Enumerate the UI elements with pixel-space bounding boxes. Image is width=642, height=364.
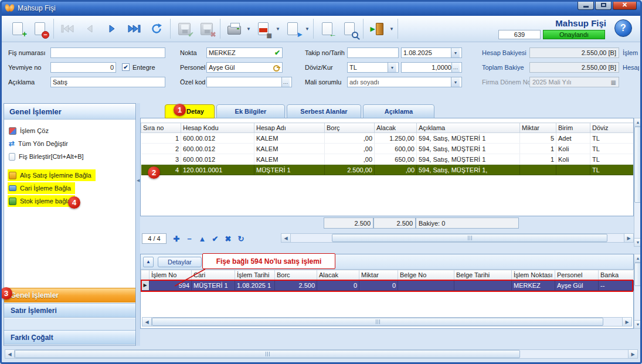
details-col-header[interactable]: Personel <box>555 270 599 280</box>
ozel-kod-input[interactable]: … <box>206 77 292 87</box>
details-vertical-scrollbar[interactable]: ▲ ▼ <box>634 254 642 329</box>
grid-horizontal-scrollbar[interactable]: ◀ ▶ <box>281 233 634 243</box>
grid-col-header[interactable]: Sıra no <box>141 123 181 133</box>
delete-record-button[interactable]: − <box>29 18 51 40</box>
sidebar-section-farkli-cogalt[interactable]: Farklı Çoğalt <box>4 330 135 345</box>
sidebar-section-satir-islemleri[interactable]: Satır İşlemleri <box>4 303 135 318</box>
fis-numarasi-input[interactable] <box>50 47 165 58</box>
ellipsis-button[interactable]: … <box>451 63 460 72</box>
details-horizontal-scrollbar[interactable]: ◀ ▶ <box>142 317 632 326</box>
maximize-button[interactable] <box>595 0 612 10</box>
scroll-down-icon[interactable]: ▼ <box>634 238 641 246</box>
nokta-input[interactable]: MERKEZ✔ <box>206 47 283 58</box>
edit-row-button[interactable]: ▲ <box>196 233 208 244</box>
tab-serbest-alanlar[interactable]: Serbest Alanlar <box>287 104 361 118</box>
accept-row-button[interactable]: ✔ <box>209 233 221 244</box>
sidebar-item-cari-isleme-bagla[interactable]: Cari İşleme Bağla <box>8 182 75 194</box>
details-col-header[interactable]: Belge Tarihi <box>454 270 512 280</box>
grid-col-header[interactable]: Borç <box>325 123 375 133</box>
grid-col-header[interactable]: Hesap Adı <box>254 123 325 133</box>
sidebar-item-islem-coz[interactable]: İşlem Çöz <box>8 125 53 137</box>
preview-button[interactable] <box>338 18 361 40</box>
chevron-down-icon[interactable]: ▼ <box>451 48 460 57</box>
close-button[interactable]: ✕ <box>613 0 637 10</box>
save-and-close-button[interactable]: ✖ <box>195 18 218 40</box>
back-button[interactable]: ← <box>316 18 338 40</box>
minimize-button[interactable] <box>578 0 594 10</box>
scroll-left-icon[interactable]: ◀ <box>5 350 15 358</box>
refresh-button[interactable] <box>145 18 168 40</box>
chevron-down-icon[interactable]: ▼ <box>388 63 396 72</box>
scroll-up-icon[interactable]: ▲ <box>634 254 641 263</box>
details-col-header[interactable]: İşlem Tarihi <box>235 270 275 280</box>
scrollbar-thumb[interactable] <box>332 234 607 242</box>
collapse-panel-icon[interactable]: ▲ <box>143 257 154 267</box>
grid-col-header[interactable]: Açıklama <box>417 123 520 133</box>
takip-tarih-input[interactable]: 1.08.2025▼ <box>401 47 462 58</box>
grid-vertical-scrollbar[interactable]: ▲ ▼ <box>634 118 642 247</box>
details-col-header[interactable]: Belge No <box>398 270 454 280</box>
exit-button[interactable]: ▸ <box>366 18 388 40</box>
details-col-header[interactable]: Borc <box>275 270 317 280</box>
sidebar-section-genel-islemler[interactable]: Genel İşlemler <box>4 288 135 302</box>
pdf-dropdown[interactable]: ▼ <box>274 18 281 40</box>
print-dropdown[interactable]: ▼ <box>245 18 252 40</box>
grid-row[interactable]: 3600.00.012KALEM,00650,00594, Satış, MÜŞ… <box>141 154 634 165</box>
ellipsis-button[interactable]: … <box>281 77 290 87</box>
yevmiye-no-input[interactable]: 0 <box>50 62 116 73</box>
cancel-row-button[interactable]: ✖ <box>222 233 234 244</box>
grid-row[interactable]: 2600.00.012KALEM,00600,00594, Satış, MÜŞ… <box>141 144 634 154</box>
grid-row[interactable]: 1600.00.012KALEM,001.250,00594, Satış, M… <box>141 133 634 144</box>
scroll-left-icon[interactable]: ◀ <box>281 234 291 242</box>
details-col-header[interactable]: Cari <box>192 270 235 280</box>
save-button[interactable]: ✔ <box>173 18 195 40</box>
new-record-button[interactable]: + <box>6 18 29 40</box>
sidebar-item-tum-yon-degistir[interactable]: ⇄Tüm Yön Değiştir <box>8 138 72 149</box>
aciklama-input[interactable]: Satış <box>50 77 165 87</box>
exit-dropdown[interactable]: ▼ <box>388 18 395 40</box>
grid-col-header[interactable]: Miktar <box>520 123 556 133</box>
details-row[interactable]: ▶594MÜŞTERİ 11.08.2025 12.50000MERKEZAyş… <box>141 280 634 291</box>
print-button[interactable] <box>223 18 245 40</box>
kur-input[interactable]: 1,0000… <box>401 62 462 73</box>
details-col-header[interactable]: Alacak <box>317 270 359 280</box>
copy-transfer-button[interactable]: ▸ <box>281 18 304 40</box>
details-col-header[interactable]: İşlem No <box>150 270 192 280</box>
scroll-left-icon[interactable]: ◀ <box>142 318 152 326</box>
scrollbar-thumb[interactable] <box>15 350 520 358</box>
entegre-checkbox[interactable]: ✔ <box>122 63 130 71</box>
tab-ek-bilgiler[interactable]: Ek Bilgiler <box>216 104 285 118</box>
details-col-header[interactable]: İşlem Noktası <box>512 270 555 280</box>
sidebar-item-stok-isleme-bagla[interactable]: Stok işleme bağla <box>8 195 75 207</box>
scroll-down-icon[interactable]: ▼ <box>634 320 641 328</box>
sidebar-item-alis-satis-baglama[interactable]: Alış Satış İşlemine Bağla <box>8 169 96 181</box>
scroll-right-icon[interactable]: ▶ <box>622 318 631 326</box>
scrollbar-thumb[interactable] <box>634 127 641 203</box>
previous-record-button[interactable] <box>79 18 101 40</box>
scroll-up-icon[interactable]: ▲ <box>634 118 641 127</box>
details-col-header[interactable]: Miktar <box>359 270 398 280</box>
next-record-button[interactable] <box>101 18 123 40</box>
details-tab[interactable]: Detaylar <box>158 257 202 267</box>
personel-input[interactable]: Ayşe Gül <box>206 62 283 73</box>
grid-col-header[interactable]: Birim <box>556 123 590 133</box>
last-record-button[interactable] <box>123 18 145 40</box>
grid-row[interactable]: 4120.001.0001MÜŞTERİ 12.500,00,00594, Sa… <box>141 165 634 175</box>
pdf-export-button[interactable]: ▦ <box>252 18 274 40</box>
tab-fis-detay[interactable]: Fiş Detay <box>165 104 215 118</box>
scrollbar-thumb[interactable] <box>152 318 603 326</box>
details-col-header[interactable]: Banka <box>599 270 634 280</box>
mali-sorumlu-select[interactable]: adı soyadı▼ <box>347 77 462 87</box>
scroll-right-icon[interactable]: ▶ <box>628 350 637 358</box>
grid-col-header[interactable]: Alacak <box>375 123 417 133</box>
help-button[interactable]: ? <box>614 19 632 37</box>
doviz-select[interactable]: TL▼ <box>347 62 399 73</box>
remove-row-button[interactable]: − <box>184 233 195 244</box>
grid-col-header[interactable]: Hesap Kodu <box>181 123 254 133</box>
titlebar[interactable]: Mahsup Fişi ✕ <box>0 0 642 16</box>
first-record-button[interactable] <box>56 18 79 40</box>
copy-transfer-dropdown[interactable]: ▼ <box>304 18 311 40</box>
chevron-down-icon[interactable]: ▼ <box>451 77 460 87</box>
add-row-button[interactable]: ✚ <box>171 233 182 244</box>
scroll-right-icon[interactable]: ▶ <box>624 234 633 242</box>
